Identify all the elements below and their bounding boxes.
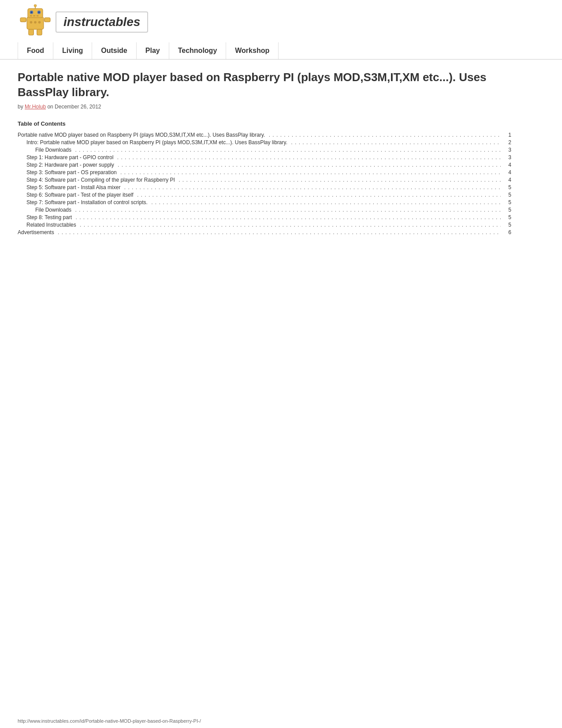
toc-dots: . . . . . . . . . . . . . . . . . . . . … bbox=[115, 154, 501, 161]
svg-rect-7 bbox=[33, 15, 35, 16]
svg-point-5 bbox=[38, 11, 40, 13]
svg-rect-6 bbox=[30, 15, 32, 16]
toc-row: Step 6: Software part - Test of the play… bbox=[18, 191, 511, 199]
toc-row: Step 5: Software part - Install Alsa mix… bbox=[18, 184, 511, 191]
article-date: December 26, 2012 bbox=[55, 104, 101, 110]
toc-row: Step 1: Hardware part - GPIO control . .… bbox=[18, 154, 511, 161]
toc-heading: Table of Contents bbox=[18, 120, 511, 127]
toc-entry-label: Step 3: Software part - OS preparation bbox=[26, 169, 117, 175]
toc-dots: . . . . . . . . . . . . . . . . . . . . … bbox=[267, 132, 501, 138]
toc-entry-label: Portable native MOD player based on Rasp… bbox=[18, 132, 265, 138]
toc-row: Portable native MOD player based on Rasp… bbox=[18, 131, 511, 139]
toc-row: Step 4: Software part - Compiling of the… bbox=[18, 176, 511, 184]
svg-point-12 bbox=[34, 21, 37, 24]
toc-row: Step 2: Hardware part - power supply . .… bbox=[18, 161, 511, 169]
toc-entry-label: File Downloads bbox=[35, 147, 71, 153]
toc-page-number: 5 bbox=[502, 192, 511, 198]
toc-row: File Downloads . . . . . . . . . . . . .… bbox=[18, 146, 511, 154]
nav-technology[interactable]: Technology bbox=[169, 42, 227, 59]
toc-dots: . . . . . . . . . . . . . . . . . . . . … bbox=[73, 147, 501, 153]
site-header: instructables Food Living Outside Play T… bbox=[0, 0, 562, 60]
toc-dots: . . . . . . . . . . . . . . . . . . . . … bbox=[177, 177, 501, 183]
by-text: by bbox=[18, 104, 23, 110]
logo-box[interactable]: instructables bbox=[56, 11, 148, 33]
toc-page-number: 5 bbox=[502, 199, 511, 205]
toc-page-number: 5 bbox=[502, 214, 511, 220]
toc-row: File Downloads . . . . . . . . . . . . .… bbox=[18, 206, 511, 214]
article-title: Portable native MOD player based on Rasp… bbox=[18, 70, 511, 100]
toc-page-number: 4 bbox=[502, 162, 511, 168]
toc-row: Step 3: Software part - OS preparation .… bbox=[18, 169, 511, 176]
toc-entry-label: Intro: Portable native MOD player based … bbox=[26, 139, 287, 146]
nav-workshop[interactable]: Workshop bbox=[226, 42, 279, 59]
nav-food[interactable]: Food bbox=[18, 42, 53, 59]
toc-entry-label: Step 7: Software part - Installation of … bbox=[26, 199, 148, 205]
main-nav: Food Living Outside Play Technology Work… bbox=[18, 42, 544, 59]
toc-page-number: 4 bbox=[502, 169, 511, 175]
svg-point-11 bbox=[30, 21, 33, 24]
svg-rect-17 bbox=[45, 18, 50, 22]
toc-page-number: 5 bbox=[502, 184, 511, 190]
toc-row: Advertisements . . . . . . . . . . . . .… bbox=[18, 229, 511, 236]
svg-rect-8 bbox=[37, 15, 39, 16]
svg-point-10 bbox=[34, 4, 37, 7]
toc-dots: . . . . . . . . . . . . . . . . . . . . … bbox=[135, 192, 501, 198]
toc-entry-label: Step 2: Hardware part - power supply bbox=[26, 162, 114, 168]
toc-row: Step 7: Software part - Installation of … bbox=[18, 199, 511, 206]
main-content: Portable native MOD player based on Rasp… bbox=[0, 60, 529, 254]
toc-page-number: 2 bbox=[502, 139, 511, 146]
toc-entry-label: Advertisements bbox=[18, 229, 54, 235]
toc-page-number: 5 bbox=[502, 222, 511, 228]
logo-text: instructables bbox=[63, 15, 140, 29]
toc-dots: . . . . . . . . . . . . . . . . . . . . … bbox=[78, 222, 501, 228]
toc-entry-label: Step 1: Hardware part - GPIO control bbox=[26, 154, 113, 161]
toc-page-number: 3 bbox=[502, 154, 511, 161]
table-of-contents: Table of Contents Portable native MOD pl… bbox=[18, 120, 511, 236]
robot-logo-icon bbox=[18, 4, 53, 40]
toc-page-number: 1 bbox=[502, 132, 511, 138]
logo-area: instructables bbox=[18, 4, 544, 40]
toc-page-number: 5 bbox=[502, 207, 511, 213]
toc-entry-label: Step 5: Software part - Install Alsa mix… bbox=[26, 184, 120, 190]
toc-page-number: 3 bbox=[502, 147, 511, 153]
svg-rect-16 bbox=[20, 18, 26, 22]
toc-entry-label: Related Instructables bbox=[26, 222, 76, 228]
toc-dots: . . . . . . . . . . . . . . . . . . . . … bbox=[73, 207, 501, 213]
toc-dots: . . . . . . . . . . . . . . . . . . . . … bbox=[122, 184, 501, 190]
toc-page-number: 4 bbox=[502, 177, 511, 183]
toc-dots: . . . . . . . . . . . . . . . . . . . . … bbox=[289, 139, 501, 146]
svg-rect-14 bbox=[29, 29, 33, 35]
toc-row: Intro: Portable native MOD player based … bbox=[18, 139, 511, 146]
article-meta: by Mr.Holub on December 26, 2012 bbox=[18, 104, 511, 110]
toc-row: Related Instructables . . . . . . . . . … bbox=[18, 221, 511, 229]
toc-dots: . . . . . . . . . . . . . . . . . . . . … bbox=[149, 199, 501, 205]
on-text: on bbox=[47, 104, 55, 110]
toc-page-number: 6 bbox=[502, 229, 511, 235]
toc-row: Step 8: Testing part . . . . . . . . . .… bbox=[18, 214, 511, 221]
toc-dots: . . . . . . . . . . . . . . . . . . . . … bbox=[116, 162, 501, 168]
svg-point-13 bbox=[38, 21, 41, 24]
nav-play[interactable]: Play bbox=[137, 42, 169, 59]
toc-dots: . . . . . . . . . . . . . . . . . . . . … bbox=[56, 229, 501, 235]
toc-dots: . . . . . . . . . . . . . . . . . . . . … bbox=[119, 169, 501, 175]
toc-dots: . . . . . . . . . . . . . . . . . . . . … bbox=[74, 214, 501, 220]
toc-entry-label: Step 6: Software part - Test of the play… bbox=[26, 192, 134, 198]
svg-point-4 bbox=[31, 11, 33, 13]
nav-living[interactable]: Living bbox=[53, 42, 92, 59]
nav-outside[interactable]: Outside bbox=[92, 42, 137, 59]
toc-entry-label: Step 8: Testing part bbox=[26, 214, 72, 220]
svg-rect-15 bbox=[37, 29, 42, 35]
toc-entry-label: Step 4: Software part - Compiling of the… bbox=[26, 177, 175, 183]
toc-entry-label: File Downloads bbox=[35, 207, 71, 213]
author-link[interactable]: Mr.Holub bbox=[25, 104, 46, 110]
toc-entries: Portable native MOD player based on Rasp… bbox=[18, 131, 511, 236]
